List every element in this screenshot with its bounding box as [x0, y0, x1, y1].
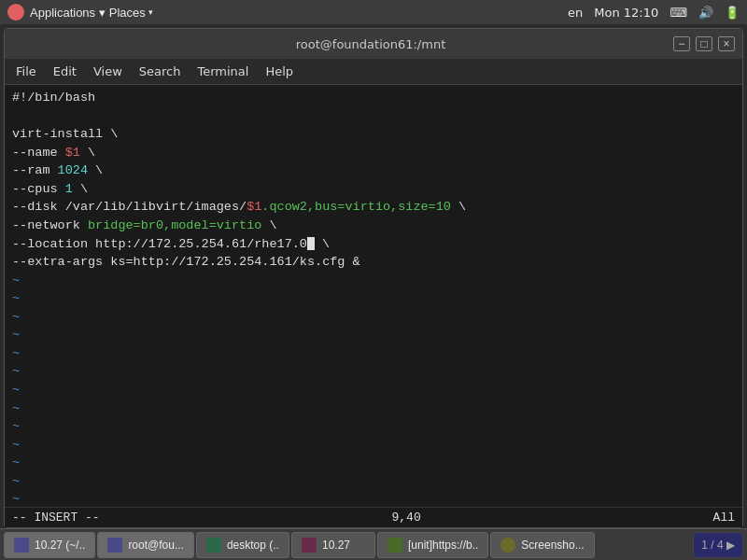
tilde-13: ~	[12, 490, 735, 507]
taskbar-label-0: 10.27 (~/..	[35, 539, 85, 552]
applications-menu[interactable]: Applications ▾	[30, 6, 106, 20]
taskbar-item-4[interactable]: [unit]https://b..	[377, 532, 488, 558]
taskbar-item-0[interactable]: 10.27 (~/..	[4, 532, 95, 558]
vim-mode: -- INSERT --	[12, 511, 100, 525]
tilde-8: ~	[12, 399, 735, 418]
code-line-ram: --ram 1024 \	[12, 161, 735, 180]
terminal-window: root@foundation61:/mnt − □ × File Edit V…	[4, 28, 743, 528]
taskbar-item-5[interactable]: Screensho...	[490, 532, 594, 558]
taskbar-label-3: 10.27	[322, 539, 350, 552]
tilde-10: ~	[12, 436, 735, 455]
tilde-5: ~	[12, 344, 735, 363]
system-bar-right: en Mon 12:10 ⌨ 🔊 🔋	[568, 6, 740, 20]
editor-area[interactable]: #!/bin/bash virt-install \ --name $1 \ -…	[5, 85, 742, 507]
close-button[interactable]: ×	[718, 36, 735, 51]
taskbar-pager[interactable]: 1 / 4 ▶	[693, 532, 743, 558]
vim-status-bar: -- INSERT -- 9,40 All	[5, 507, 742, 527]
tilde-11: ~	[12, 454, 735, 472]
tilde-6: ~	[12, 362, 735, 381]
taskbar-icon-5	[500, 538, 515, 553]
terminal-title: root@foundation61:/mnt	[68, 37, 673, 51]
system-bar: Applications ▾ Places ▾ en Mon 12:10 ⌨ 🔊…	[0, 0, 747, 24]
menu-bar: File Edit View Search Terminal Help	[5, 59, 742, 85]
taskbar-label-1: root@fou...	[128, 539, 184, 552]
code-line-network: --network bridge=br0,model=virtio \	[12, 217, 735, 235]
code-line-name: --name $1 \	[12, 144, 735, 162]
taskbar-item-3[interactable]: 10.27	[291, 532, 375, 558]
app-icon	[7, 4, 24, 21]
tilde-12: ~	[12, 472, 735, 491]
tilde-3: ~	[12, 308, 735, 327]
taskbar-label-2: desktop (..	[227, 539, 279, 552]
volume-icon: 🔊	[698, 6, 713, 20]
wm-buttons: − □ ×	[673, 36, 735, 51]
clock: Mon 12:10	[594, 6, 658, 20]
taskbar: 10.27 (~/.. root@fou... desktop (.. 10.2…	[0, 528, 747, 560]
vim-view: All	[713, 511, 735, 525]
tilde-2: ~	[12, 289, 735, 308]
tilde-7: ~	[12, 381, 735, 399]
taskbar-icon-3	[302, 538, 317, 553]
maximize-button[interactable]: □	[696, 36, 712, 51]
code-line-location: --location http://172.25.254.61/rhe17.0 …	[12, 235, 735, 254]
tilde-1: ~	[12, 272, 735, 290]
keyboard-icon: ⌨	[669, 6, 687, 20]
menu-search[interactable]: Search	[132, 63, 189, 80]
code-line-shebang: #!/bin/bash	[12, 89, 735, 107]
pager-label: 1 / 4 ▶	[701, 539, 735, 552]
taskbar-icon-4	[388, 538, 402, 553]
taskbar-item-2[interactable]: desktop (..	[196, 532, 289, 558]
code-line-cpus: --cpus 1 \	[12, 180, 735, 199]
taskbar-icon-1	[107, 538, 122, 553]
menu-edit[interactable]: Edit	[46, 63, 84, 80]
battery-icon: 🔋	[725, 6, 740, 20]
minimize-button[interactable]: −	[673, 36, 690, 51]
code-line-disk: --disk /var/lib/libvirt/images/$1.qcow2,…	[12, 198, 735, 217]
code-line-virt: virt-install \	[12, 125, 735, 144]
locale-indicator: en	[568, 6, 583, 20]
taskbar-icon-0	[14, 538, 29, 553]
terminal-titlebar: root@foundation61:/mnt − □ ×	[5, 29, 742, 59]
vim-position: 9,40	[392, 511, 421, 525]
menu-terminal[interactable]: Terminal	[190, 63, 256, 80]
menu-help[interactable]: Help	[258, 63, 301, 80]
taskbar-item-1[interactable]: root@fou...	[97, 532, 194, 558]
code-line-extra: --extra-args ks=http://172.25.254.161/ks…	[12, 253, 735, 272]
places-menu[interactable]: Places ▾	[109, 6, 153, 20]
menu-view[interactable]: View	[86, 63, 130, 80]
menu-file[interactable]: File	[8, 63, 44, 80]
taskbar-icon-2	[206, 538, 221, 553]
taskbar-label-4: [unit]https://b..	[408, 539, 478, 552]
system-bar-left: Applications ▾ Places ▾	[7, 4, 153, 21]
taskbar-label-5: Screensho...	[521, 539, 584, 552]
code-line-blank	[12, 107, 735, 126]
tilde-9: ~	[12, 417, 735, 436]
tilde-4: ~	[12, 326, 735, 344]
